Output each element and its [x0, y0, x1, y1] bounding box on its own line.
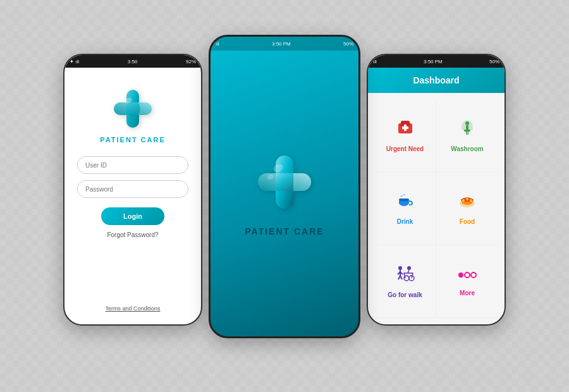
signal-right: ıll — [373, 59, 377, 64]
dashboard-grid: Urgent Need Washroom — [368, 93, 505, 324]
dashboard-item-walk[interactable]: Go for walk — [374, 245, 436, 318]
forgot-password-link[interactable]: Forgot Password? — [107, 231, 158, 238]
phone-login: ✦ ıll 3:50 92% — [63, 54, 202, 326]
drink-label: Drink — [397, 218, 413, 225]
login-button[interactable]: Login — [101, 207, 164, 225]
svg-point-25 — [470, 199, 472, 202]
dashboard-item-urgent-need[interactable]: Urgent Need — [374, 99, 436, 172]
splash-app-name: PATIENT CARE — [245, 226, 324, 236]
dashboard-item-drink[interactable]: Drink — [374, 172, 436, 245]
food-label: Food — [460, 218, 475, 225]
status-bar-right: ıll 3:50 PM 50% — [368, 55, 505, 68]
washroom-icon — [458, 118, 477, 142]
phone-splash: ıll 3:50 PM 50% — [209, 35, 360, 338]
logo-cross-center — [253, 150, 316, 214]
walk-label: Go for walk — [388, 291, 422, 298]
svg-rect-16 — [466, 132, 467, 135]
svg-point-36 — [465, 273, 470, 278]
phones-container: ✦ ıll 3:50 92% — [38, 16, 531, 376]
status-bar-center: ıll 3:50 PM 50% — [211, 37, 358, 51]
battery-right: 50% — [489, 59, 499, 64]
svg-point-2 — [125, 101, 140, 116]
splash-content: PATIENT CARE — [211, 51, 358, 336]
svg-point-26 — [398, 266, 402, 270]
svg-point-37 — [471, 273, 476, 278]
svg-point-32 — [407, 266, 411, 270]
terms-conditions-link[interactable]: Terms and Conditions — [105, 305, 160, 312]
signal-left: ✦ ıll — [70, 59, 79, 64]
drink-icon — [396, 191, 415, 214]
svg-rect-17 — [468, 132, 469, 135]
svg-point-13 — [465, 121, 469, 125]
dashboard-item-washroom[interactable]: Washroom — [436, 99, 498, 172]
app-name-left: PATIENT CARE — [100, 136, 166, 144]
dashboard-header: Dashboard — [368, 68, 505, 93]
urgent-need-label: Urgent Need — [386, 145, 424, 152]
svg-rect-20 — [399, 199, 409, 201]
phone-dashboard: ıll 3:50 PM 50% Dashboard Urgent Need — [367, 54, 506, 326]
battery-left: 92% — [186, 59, 196, 64]
urgent-need-icon — [396, 118, 415, 142]
svg-line-31 — [400, 276, 402, 279]
status-bar-left: ✦ ıll 3:50 92% — [64, 55, 201, 68]
time-center: 3:50 PM — [272, 41, 291, 47]
svg-point-23 — [462, 199, 465, 202]
dashboard-item-food[interactable]: Food — [436, 172, 498, 245]
washroom-label: Washroom — [451, 145, 483, 152]
more-label: More — [460, 290, 475, 297]
time-right: 3:50 PM — [424, 59, 443, 64]
svg-rect-14 — [466, 125, 468, 130]
logo-cross-left — [111, 87, 155, 131]
login-content: PATIENT CARE Login Forgot Password? Term… — [64, 68, 201, 324]
svg-rect-15 — [464, 130, 470, 132]
time-left: 3:50 — [128, 59, 138, 64]
dashboard-title: Dashboard — [413, 75, 459, 85]
svg-rect-6 — [276, 173, 293, 191]
svg-point-24 — [466, 198, 468, 200]
dashboard-item-more[interactable]: More — [436, 245, 498, 318]
svg-point-35 — [458, 273, 463, 278]
food-icon — [457, 191, 477, 214]
more-icon — [456, 266, 479, 286]
svg-rect-12 — [402, 126, 408, 129]
walk-icon — [394, 264, 417, 288]
password-input[interactable] — [77, 180, 188, 198]
signal-center: ıll — [216, 41, 219, 47]
user-id-input[interactable] — [77, 156, 188, 174]
battery-center: 50% — [343, 41, 353, 47]
